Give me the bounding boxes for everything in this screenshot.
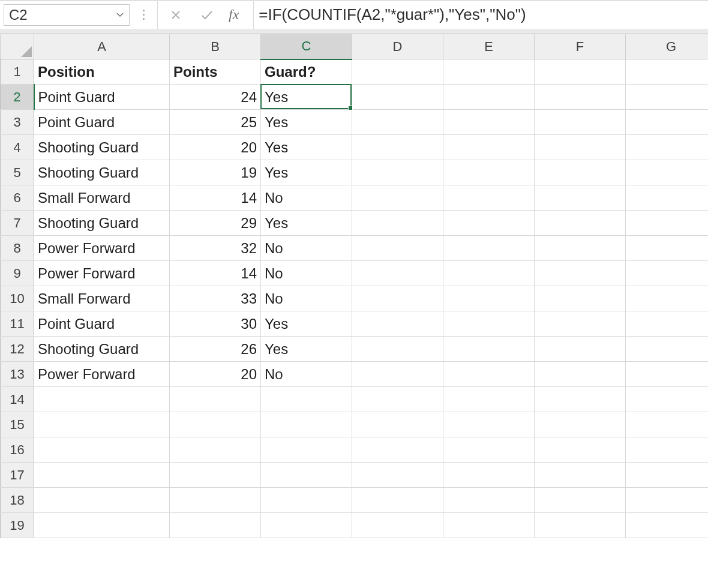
cell-A10[interactable]: Small Forward [34,286,170,311]
cell-C4[interactable]: Yes [261,135,352,160]
cell-B11[interactable]: 30 [170,311,261,337]
cell-B16[interactable] [170,437,261,463]
cell-D17[interactable] [352,463,443,488]
cell-B14[interactable] [170,387,261,412]
cell-D1[interactable] [352,59,443,85]
cell-C18[interactable] [261,488,352,513]
cell-C5[interactable]: Yes [261,160,352,185]
cell-C12[interactable]: Yes [261,337,352,362]
cell-D4[interactable] [352,135,443,160]
row-header-9[interactable]: 9 [1,261,34,286]
enter-icon[interactable] [194,2,220,28]
row-header-1[interactable]: 1 [1,59,34,85]
cell-E12[interactable] [443,337,535,362]
name-box[interactable] [9,7,115,23]
cell-A9[interactable]: Power Forward [34,261,170,286]
cell-E7[interactable] [443,211,535,236]
select-all-corner[interactable] [1,34,34,59]
cell-B13[interactable]: 20 [170,362,261,387]
cell-G15[interactable] [626,412,709,437]
row-header-16[interactable]: 16 [1,437,34,463]
row-header-19[interactable]: 19 [1,513,34,538]
row-header-5[interactable]: 5 [1,160,34,185]
cell-E16[interactable] [443,437,535,463]
cell-E6[interactable] [443,185,535,211]
cell-E5[interactable] [443,160,535,185]
row-header-6[interactable]: 6 [1,185,34,211]
cell-F16[interactable] [535,437,626,463]
cell-F1[interactable] [535,59,626,85]
cell-A2[interactable]: Point Guard [34,85,170,110]
cell-C17[interactable] [261,463,352,488]
cell-B5[interactable]: 19 [170,160,261,185]
cell-A15[interactable] [34,412,170,437]
cell-A8[interactable]: Power Forward [34,236,170,261]
cancel-icon[interactable] [163,2,189,28]
cell-E14[interactable] [443,387,535,412]
cell-B2[interactable]: 24 [170,85,261,110]
cell-E2[interactable] [443,85,535,110]
cell-C19[interactable] [261,513,352,538]
cell-G11[interactable] [626,311,709,337]
cell-B17[interactable] [170,463,261,488]
column-header-C[interactable]: C [261,34,352,59]
cell-A12[interactable]: Shooting Guard [34,337,170,362]
cell-F6[interactable] [535,185,626,211]
row-header-17[interactable]: 17 [1,463,34,488]
cell-A11[interactable]: Point Guard [34,311,170,337]
cell-D3[interactable] [352,110,443,135]
cell-E15[interactable] [443,412,535,437]
column-header-A[interactable]: A [34,34,170,59]
cell-B3[interactable]: 25 [170,110,261,135]
cell-A17[interactable] [34,463,170,488]
cell-F9[interactable] [535,261,626,286]
cell-G2[interactable] [626,85,709,110]
cell-D2[interactable] [352,85,443,110]
cell-B4[interactable]: 20 [170,135,261,160]
row-header-4[interactable]: 4 [1,135,34,160]
cell-F12[interactable] [535,337,626,362]
cell-C9[interactable]: No [261,261,352,286]
cell-E3[interactable] [443,110,535,135]
cell-C7[interactable]: Yes [261,211,352,236]
chevron-down-icon[interactable] [115,10,124,20]
cell-E8[interactable] [443,236,535,261]
cell-G16[interactable] [626,437,709,463]
cell-D19[interactable] [352,513,443,538]
cell-E18[interactable] [443,488,535,513]
cell-D15[interactable] [352,412,443,437]
cell-D14[interactable] [352,387,443,412]
cell-A5[interactable]: Shooting Guard [34,160,170,185]
cell-C11[interactable]: Yes [261,311,352,337]
more-icon[interactable] [134,2,152,28]
row-header-15[interactable]: 15 [1,412,34,437]
cell-E11[interactable] [443,311,535,337]
column-header-F[interactable]: F [535,34,626,59]
cell-G18[interactable] [626,488,709,513]
cell-C8[interactable]: No [261,236,352,261]
row-header-10[interactable]: 10 [1,286,34,311]
fx-label[interactable]: fx [225,7,248,23]
cell-F4[interactable] [535,135,626,160]
cell-B1[interactable]: Points [170,59,261,85]
cell-C3[interactable]: Yes [261,110,352,135]
cell-E13[interactable] [443,362,535,387]
cell-C6[interactable]: No [261,185,352,211]
cell-B18[interactable] [170,488,261,513]
row-header-14[interactable]: 14 [1,387,34,412]
cell-E19[interactable] [443,513,535,538]
name-box-container[interactable] [4,4,130,26]
cell-G12[interactable] [626,337,709,362]
cell-C15[interactable] [261,412,352,437]
cell-C2[interactable]: Yes [261,85,352,110]
cell-B9[interactable]: 14 [170,261,261,286]
cell-D9[interactable] [352,261,443,286]
row-header-2[interactable]: 2 [1,85,34,110]
cell-A13[interactable]: Power Forward [34,362,170,387]
cell-F19[interactable] [535,513,626,538]
cell-B10[interactable]: 33 [170,286,261,311]
row-header-12[interactable]: 12 [1,337,34,362]
cell-C13[interactable]: No [261,362,352,387]
cell-G5[interactable] [626,160,709,185]
cell-G10[interactable] [626,286,709,311]
